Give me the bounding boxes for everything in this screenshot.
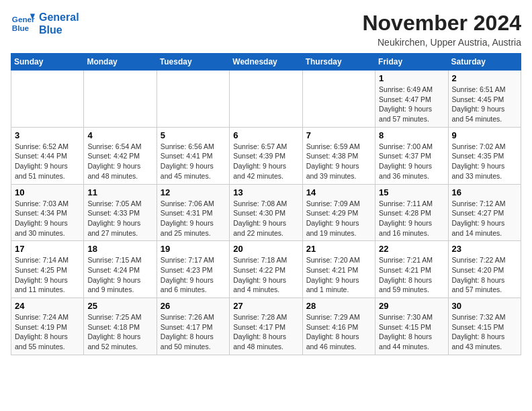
calendar-day: 12Sunrise: 7:06 AM Sunset: 4:31 PM Dayli…	[157, 184, 229, 241]
day-info: Sunrise: 7:21 AM Sunset: 4:21 PM Dayligh…	[379, 255, 444, 295]
calendar-week: 3Sunrise: 6:52 AM Sunset: 4:44 PM Daylig…	[11, 127, 521, 184]
calendar-week: 10Sunrise: 7:03 AM Sunset: 4:34 PM Dayli…	[11, 184, 521, 241]
calendar-day: 18Sunrise: 7:15 AM Sunset: 4:24 PM Dayli…	[84, 241, 157, 298]
day-number: 24	[15, 301, 80, 311]
calendar-day: 19Sunrise: 7:17 AM Sunset: 4:23 PM Dayli…	[157, 241, 229, 298]
weekday-header: Friday	[375, 54, 448, 71]
calendar-day: 13Sunrise: 7:08 AM Sunset: 4:30 PM Dayli…	[230, 184, 302, 241]
calendar-day: 7Sunrise: 6:59 AM Sunset: 4:38 PM Daylig…	[302, 127, 375, 184]
calendar-day: 8Sunrise: 7:00 AM Sunset: 4:37 PM Daylig…	[375, 127, 448, 184]
logo-icon: General Blue	[11, 11, 35, 36]
day-number: 21	[306, 244, 371, 254]
day-number: 14	[306, 187, 371, 197]
logo: General Blue General Blue	[11, 11, 79, 36]
day-info: Sunrise: 7:00 AM Sunset: 4:37 PM Dayligh…	[379, 142, 444, 181]
calendar-day: 5Sunrise: 6:56 AM Sunset: 4:41 PM Daylig…	[157, 127, 229, 184]
calendar-body: 1Sunrise: 6:49 AM Sunset: 4:47 PM Daylig…	[11, 71, 521, 355]
day-number: 5	[161, 130, 226, 140]
day-number: 22	[379, 244, 444, 254]
title-area: November 2024 Neukirchen, Upper Austria,…	[362, 11, 521, 48]
calendar-day: 21Sunrise: 7:20 AM Sunset: 4:21 PM Dayli…	[302, 241, 375, 298]
day-info: Sunrise: 7:20 AM Sunset: 4:21 PM Dayligh…	[306, 255, 371, 295]
calendar-day: 30Sunrise: 7:32 AM Sunset: 4:15 PM Dayli…	[448, 298, 521, 355]
calendar-day: 17Sunrise: 7:14 AM Sunset: 4:25 PM Dayli…	[11, 241, 84, 298]
calendar-day	[11, 71, 84, 128]
day-info: Sunrise: 7:12 AM Sunset: 4:27 PM Dayligh…	[452, 199, 517, 238]
calendar-day: 25Sunrise: 7:25 AM Sunset: 4:18 PM Dayli…	[84, 298, 157, 355]
day-number: 7	[306, 130, 371, 140]
calendar-day: 28Sunrise: 7:29 AM Sunset: 4:16 PM Dayli…	[302, 298, 375, 355]
day-info: Sunrise: 6:51 AM Sunset: 4:45 PM Dayligh…	[452, 85, 517, 124]
calendar-day: 16Sunrise: 7:12 AM Sunset: 4:27 PM Dayli…	[448, 184, 521, 241]
page-header: General Blue General Blue November 2024 …	[11, 11, 521, 48]
month-title: November 2024	[362, 11, 521, 36]
calendar-week: 17Sunrise: 7:14 AM Sunset: 4:25 PM Dayli…	[11, 241, 521, 298]
day-number: 17	[15, 244, 80, 254]
day-number: 20	[233, 244, 298, 254]
day-info: Sunrise: 7:26 AM Sunset: 4:17 PM Dayligh…	[161, 312, 226, 352]
day-number: 30	[452, 301, 517, 311]
calendar-day: 6Sunrise: 6:57 AM Sunset: 4:39 PM Daylig…	[230, 127, 302, 184]
calendar-day: 10Sunrise: 7:03 AM Sunset: 4:34 PM Dayli…	[11, 184, 84, 241]
calendar-day: 26Sunrise: 7:26 AM Sunset: 4:17 PM Dayli…	[157, 298, 229, 355]
day-info: Sunrise: 7:14 AM Sunset: 4:25 PM Dayligh…	[15, 255, 80, 295]
calendar-header: SundayMondayTuesdayWednesdayThursdayFrid…	[11, 54, 521, 71]
day-number: 18	[87, 244, 152, 254]
logo-line1: General	[39, 11, 79, 24]
day-number: 13	[233, 187, 298, 197]
day-info: Sunrise: 7:05 AM Sunset: 4:33 PM Dayligh…	[87, 199, 152, 238]
weekday-header: Sunday	[11, 54, 84, 71]
day-info: Sunrise: 7:22 AM Sunset: 4:20 PM Dayligh…	[452, 255, 517, 295]
calendar-week: 24Sunrise: 7:24 AM Sunset: 4:19 PM Dayli…	[11, 298, 521, 355]
day-number: 8	[379, 130, 444, 140]
day-number: 1	[379, 73, 444, 83]
weekday-header: Thursday	[302, 54, 375, 71]
weekday-header: Saturday	[448, 54, 521, 71]
day-number: 29	[379, 301, 444, 311]
day-number: 10	[15, 187, 80, 197]
location: Neukirchen, Upper Austria, Austria	[362, 37, 521, 48]
day-info: Sunrise: 7:30 AM Sunset: 4:15 PM Dayligh…	[379, 312, 444, 352]
day-info: Sunrise: 7:29 AM Sunset: 4:16 PM Dayligh…	[306, 312, 371, 352]
logo-line2: Blue	[39, 24, 79, 36]
day-number: 23	[452, 244, 517, 254]
calendar-day: 1Sunrise: 6:49 AM Sunset: 4:47 PM Daylig…	[375, 71, 448, 128]
day-info: Sunrise: 7:09 AM Sunset: 4:29 PM Dayligh…	[306, 199, 371, 238]
calendar-day	[84, 71, 157, 128]
svg-text:Blue: Blue	[12, 24, 30, 32]
day-info: Sunrise: 7:11 AM Sunset: 4:28 PM Dayligh…	[379, 199, 444, 238]
logo-wordmark: General Blue	[39, 11, 79, 36]
day-info: Sunrise: 7:15 AM Sunset: 4:24 PM Dayligh…	[87, 255, 152, 295]
day-info: Sunrise: 7:24 AM Sunset: 4:19 PM Dayligh…	[15, 312, 80, 352]
day-info: Sunrise: 7:18 AM Sunset: 4:22 PM Dayligh…	[233, 255, 298, 295]
calendar-day	[230, 71, 302, 128]
day-info: Sunrise: 7:25 AM Sunset: 4:18 PM Dayligh…	[87, 312, 152, 352]
day-number: 11	[87, 187, 152, 197]
calendar-day: 23Sunrise: 7:22 AM Sunset: 4:20 PM Dayli…	[448, 241, 521, 298]
header-row: SundayMondayTuesdayWednesdayThursdayFrid…	[11, 54, 521, 71]
day-info: Sunrise: 6:57 AM Sunset: 4:39 PM Dayligh…	[233, 142, 298, 181]
day-info: Sunrise: 6:59 AM Sunset: 4:38 PM Dayligh…	[306, 142, 371, 181]
weekday-header: Monday	[84, 54, 157, 71]
day-number: 19	[161, 244, 226, 254]
calendar-table: SundayMondayTuesdayWednesdayThursdayFrid…	[11, 53, 521, 355]
calendar-day: 4Sunrise: 6:54 AM Sunset: 4:42 PM Daylig…	[84, 127, 157, 184]
day-info: Sunrise: 7:28 AM Sunset: 4:17 PM Dayligh…	[233, 312, 298, 352]
day-number: 2	[452, 73, 517, 83]
day-number: 4	[87, 130, 152, 140]
day-info: Sunrise: 6:49 AM Sunset: 4:47 PM Dayligh…	[379, 85, 444, 124]
calendar-day: 11Sunrise: 7:05 AM Sunset: 4:33 PM Dayli…	[84, 184, 157, 241]
day-number: 6	[233, 130, 298, 140]
weekday-header: Tuesday	[157, 54, 229, 71]
calendar-day	[302, 71, 375, 128]
day-number: 27	[233, 301, 298, 311]
day-info: Sunrise: 6:54 AM Sunset: 4:42 PM Dayligh…	[87, 142, 152, 181]
calendar-day: 27Sunrise: 7:28 AM Sunset: 4:17 PM Dayli…	[230, 298, 302, 355]
calendar-day: 20Sunrise: 7:18 AM Sunset: 4:22 PM Dayli…	[230, 241, 302, 298]
calendar-day: 9Sunrise: 7:02 AM Sunset: 4:35 PM Daylig…	[448, 127, 521, 184]
day-info: Sunrise: 6:56 AM Sunset: 4:41 PM Dayligh…	[161, 142, 226, 181]
calendar-day	[157, 71, 229, 128]
calendar-day: 29Sunrise: 7:30 AM Sunset: 4:15 PM Dayli…	[375, 298, 448, 355]
day-info: Sunrise: 7:32 AM Sunset: 4:15 PM Dayligh…	[452, 312, 517, 352]
day-info: Sunrise: 7:08 AM Sunset: 4:30 PM Dayligh…	[233, 199, 298, 238]
